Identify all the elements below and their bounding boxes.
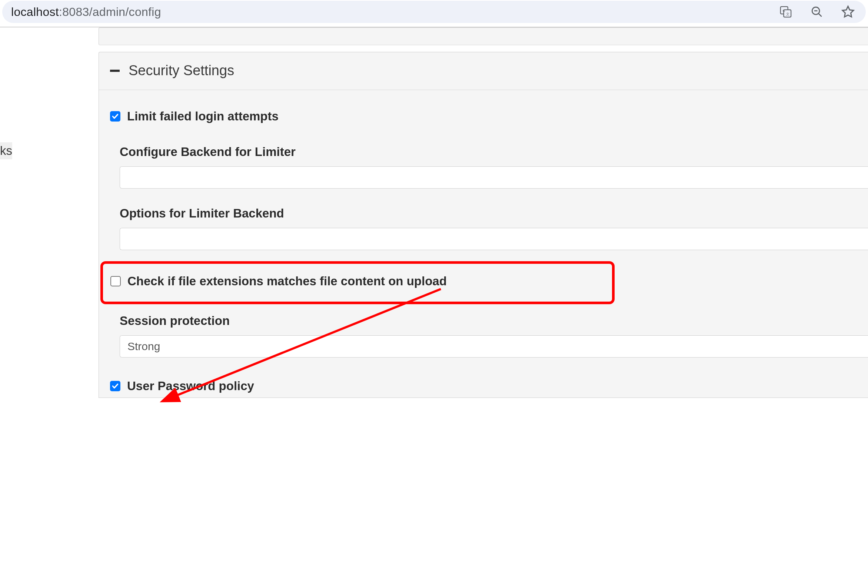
check-file-ext-wrap[interactable]: Check if file extensions matches file co…: [111, 274, 447, 288]
backend-limiter-input[interactable]: [120, 166, 868, 189]
check-file-ext-label: Check if file extensions matches file co…: [127, 274, 447, 288]
panel-header[interactable]: Security Settings: [99, 52, 868, 90]
limit-failed-login-wrap[interactable]: Limit failed login attempts: [110, 109, 279, 123]
session-protection-select[interactable]: Strong: [120, 335, 868, 358]
password-policy-row: User Password policy: [99, 375, 868, 397]
svg-line-5: [819, 14, 822, 17]
password-policy-label: User Password policy: [127, 379, 254, 393]
limit-failed-login-row: Limit failed login attempts: [99, 105, 868, 128]
backend-limiter-label: Configure Backend for Limiter: [99, 145, 868, 159]
content: ks Security Settings Limit failed login …: [0, 27, 868, 588]
svg-text:文: 文: [786, 12, 790, 16]
limiter-options-input[interactable]: [120, 228, 868, 250]
limit-failed-login-checkbox[interactable]: [110, 111, 120, 121]
sidebar-fragment: ks: [0, 142, 12, 159]
url-host: localhost: [11, 5, 59, 19]
url-text: localhost:8083/admin/config: [11, 5, 161, 19]
svg-marker-7: [843, 6, 853, 17]
collapse-icon: [110, 69, 120, 72]
panel-body: Limit failed login attempts Configure Ba…: [99, 90, 868, 397]
security-settings-panel: Security Settings Limit failed login att…: [99, 52, 868, 398]
browser-address-bar[interactable]: localhost:8083/admin/config G 文: [2, 1, 866, 23]
svg-text:G: G: [783, 9, 785, 13]
translate-icon[interactable]: G 文: [779, 5, 793, 19]
limit-failed-login-label: Limit failed login attempts: [127, 109, 279, 123]
check-file-ext-checkbox[interactable]: [111, 276, 121, 287]
session-protection-label: Session protection: [99, 314, 868, 328]
main-area: Security Settings Limit failed login att…: [99, 27, 868, 588]
password-policy-checkbox[interactable]: [110, 381, 120, 391]
limiter-options-label: Options for Limiter Backend: [99, 206, 868, 220]
zoom-out-icon[interactable]: [810, 5, 824, 19]
password-policy-wrap[interactable]: User Password policy: [110, 379, 254, 393]
browser-actions: G 文: [779, 5, 855, 19]
url-rest: :8083/admin/config: [59, 5, 161, 19]
panel-title: Security Settings: [128, 63, 234, 78]
check-file-ext-highlight: Check if file extensions matches file co…: [100, 261, 615, 304]
panel-top-strip: [99, 27, 868, 45]
star-icon[interactable]: [841, 5, 855, 19]
